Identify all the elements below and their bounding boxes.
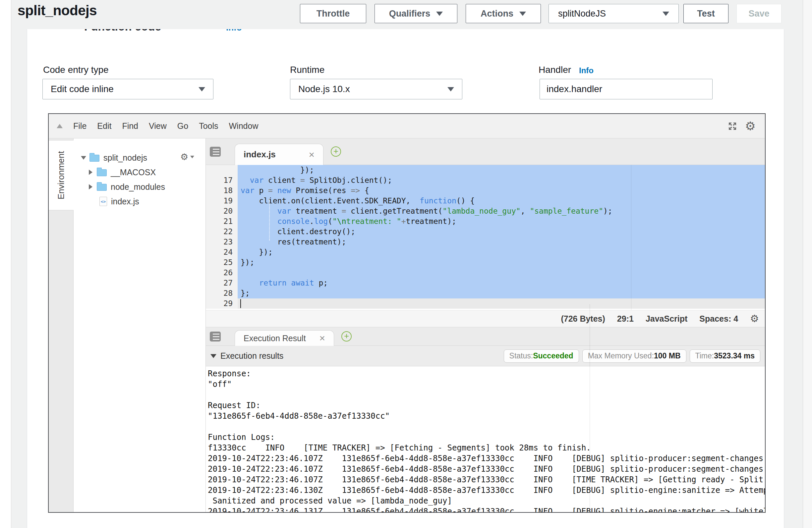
log-line: f13330cc INFO [TIME TRACKER] => [Fetchin… [208,442,765,453]
code-text: var client = SplitObj.client(); [238,175,765,186]
log-line: 2019-10-24T22:23:46.107Z 131e865f-6eb4-4… [208,464,765,474]
menu-find[interactable]: Find [122,121,138,131]
code-line-17: 17 var client = SplitObj.client(); [206,175,765,186]
tree-item-split_nodejs[interactable]: split_nodejs⚙ [74,150,205,165]
chevron-down-icon [436,12,443,16]
code-line-27: 27 return await p; [206,278,765,288]
code-text: console.log("\ntreatment: "+treatment); [238,216,765,226]
new-tab-icon[interactable] [331,146,341,157]
collapse-panel-icon[interactable] [57,124,63,128]
menu-go[interactable]: Go [177,121,188,131]
code-editor[interactable]: });17 var client = SplitObj.client();18v… [206,165,765,310]
caret-expanded-icon[interactable] [81,156,86,160]
tab-execution-result[interactable]: Execution Result [235,330,334,346]
menu-view[interactable]: View [149,121,167,131]
editor-statusbar: (726 Bytes) 29:1 JavaScript Spaces: 4 ⚙ [206,310,765,327]
status-badge: Status: Succeeded [504,350,579,363]
menu-window[interactable]: Window [229,121,259,131]
tab-list-icon[interactable] [210,332,221,341]
code-line-18: 18var p = new Promise(res => { [206,186,765,196]
clipped-section-header: Function code Info [27,29,359,33]
code-line-21: 21 console.log("\ntreatment: "+treatment… [206,216,765,226]
line-number: 24 [206,247,238,258]
line-number: 18 [206,186,238,196]
code-entry-type-select[interactable]: Edit code inline [42,79,214,99]
tree-item-__MACOSX[interactable]: __MACOSX [74,165,205,179]
results-divider [590,304,590,512]
chevron-down-icon [199,87,205,91]
menu-file[interactable]: File [73,121,87,131]
log-line: Response: [208,368,765,379]
line-number: 19 [206,196,238,206]
execution-results-output[interactable]: Response:"off"Request ID:"131e865f-6eb4-… [206,366,765,512]
close-icon[interactable] [297,150,315,160]
log-line: Function Logs: [208,432,765,442]
code-line-23: 23 res(treatment); [206,237,765,247]
status-badge: Time: 3523.34 ms [690,350,760,363]
code-text: }); [238,247,765,258]
test-event-select[interactable]: splitNodeJS [549,4,679,23]
tree-item-index.js[interactable]: index.js [74,194,205,209]
collapse-results-icon[interactable] [211,354,216,358]
caret-collapsed-icon[interactable] [89,184,92,189]
log-line: Sanitized and processed value => [lambda… [208,496,765,506]
editor-tabbar: index.js [206,138,765,165]
fullscreen-icon[interactable] [727,121,738,132]
status-badge: Max Memory Used: 100 MB [582,350,686,363]
handler-info-link[interactable]: Info [579,66,594,75]
tree-settings-gear-icon[interactable]: ⚙ [180,152,194,161]
language-mode[interactable]: JavaScript [646,314,687,324]
text-cursor [240,299,241,308]
code-line-29: 29 [206,298,765,309]
new-tab-icon[interactable] [342,331,352,341]
qualifiers-button[interactable]: Qualifiers [375,4,458,23]
line-number: 20 [206,206,238,216]
menu-edit[interactable]: Edit [97,121,111,131]
code-text: }; [238,288,765,298]
tab-index-js[interactable]: index.js [235,144,323,165]
code-line-20: 20 var treatment = client.getTreatment("… [206,206,765,216]
indentation-setting[interactable]: Spaces: 4 [699,314,738,324]
environment-tab[interactable]: Environment [49,140,74,210]
code-line-24: 24 }); [206,247,765,258]
code-text: }); [238,258,765,268]
line-number: 28 [206,288,238,298]
code-text [238,298,765,309]
tab-list-icon[interactable] [210,147,221,157]
log-line: 2019-10-24T22:23:46.107Z 131e865f-6eb4-4… [208,474,765,485]
code-text: var p = new Promise(res => { [238,186,765,196]
log-line: "131e865f-6eb4-4dd8-858e-a37ef13330cc" [208,411,765,421]
code-text: return await p; [238,278,765,288]
code-text: var treatment = client.getTreatment("lam… [238,206,765,216]
handler-input[interactable] [539,79,713,99]
line-number: 29 [206,298,238,309]
code-line-26: 26 [206,268,765,278]
runtime-select[interactable]: Node.js 10.x [290,79,462,99]
execution-results-title: Execution results [220,351,284,361]
statusbar-gear-icon[interactable]: ⚙ [750,314,759,324]
log-line [208,390,765,400]
line-number: 23 [206,237,238,247]
page-scrollbar[interactable] [803,0,812,528]
log-line: 2019-10-24T22:23:46.131Z 131e865f-6eb4-4… [208,506,765,512]
test-button[interactable]: Test [683,4,728,23]
cloud9-editor: FileEditFindViewGoToolsWindow ⚙ Enviro [48,113,766,513]
tree-item-node_modules[interactable]: node_modules [74,179,205,194]
cursor-position[interactable]: 29:1 [617,314,634,324]
caret-collapsed-icon[interactable] [89,170,92,175]
close-icon[interactable] [308,333,325,343]
code-line-25: 25}); [206,258,765,268]
chevron-down-icon [447,87,454,91]
page-title: split_nodejs [17,3,97,18]
line-number: 21 [206,216,238,226]
menu-tools[interactable]: Tools [199,121,218,131]
tree-item-label: __MACOSX [111,167,156,177]
folder-icon [89,155,99,162]
code-line-clipped: }); [206,165,765,175]
editor-settings-gear-icon[interactable]: ⚙ [745,120,756,132]
folder-icon [97,184,107,191]
throttle-button[interactable]: Throttle [300,4,366,23]
actions-button[interactable]: Actions [466,4,541,23]
left-tab-strip: Environment [49,138,74,512]
line-number: 25 [206,258,238,268]
